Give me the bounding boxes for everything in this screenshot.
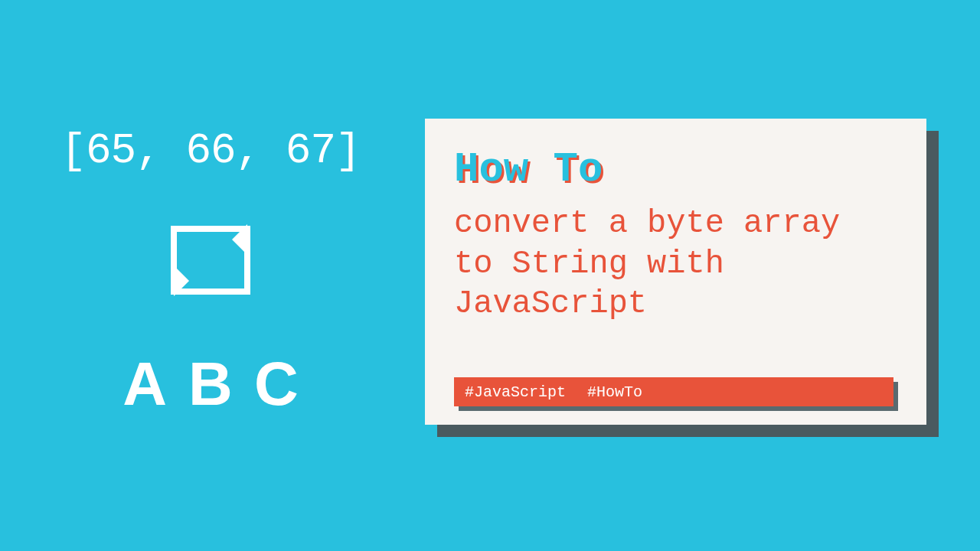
byte-array-text: [65, 66, 67] — [60, 126, 360, 175]
card-title: convert a byte array to String with Java… — [454, 204, 897, 402]
card-eyebrow: How To — [454, 146, 897, 193]
convert-cycle-icon — [157, 218, 264, 306]
tag-bar: #JavaScript #HowTo — [454, 377, 893, 406]
result-string-text: ABC — [101, 349, 319, 419]
tag-howto: #HowTo — [587, 383, 642, 401]
tag-javascript: #JavaScript — [465, 383, 566, 401]
illustration-panel: [65, 66, 67] ABC — [50, 126, 371, 419]
tutorial-card: How To convert a byte array to String wi… — [425, 119, 926, 425]
